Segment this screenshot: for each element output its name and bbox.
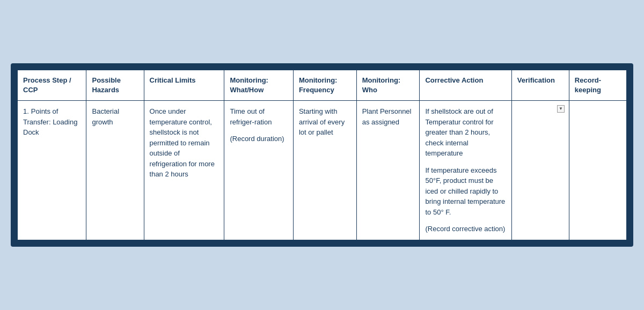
cell-possible-hazards: Bacterial growth [86,101,144,240]
header-process-step: Process Step / CCP [18,70,86,101]
header-monitoring-who: Monitoring: Who [356,70,420,101]
process-step-text: Points of Transfer: Loading Dock [23,107,77,136]
header-monitoring-what: Monitoring: What/How [224,70,293,101]
cell-verification: ▼ [511,101,569,240]
cell-monitoring-who: Plant Personnel as assigned [356,101,420,240]
header-row: Process Step / CCP Possible Hazards Crit… [18,70,627,101]
corrective-action-para3: (Record corrective action) [425,224,506,234]
cell-process-step: 1.Points of Transfer: Loading Dock [18,101,86,240]
header-record-keeping: Record-keeping [569,70,626,101]
table-row: 1.Points of Transfer: Loading Dock Bacte… [18,101,627,240]
cell-critical-limits: Once under temperature control, shellsto… [144,101,224,240]
cell-monitoring-freq: Starting with arrival of every lot or pa… [293,101,356,240]
cell-corrective-action: If shellstock are out of Temperatur cont… [420,101,511,240]
haccp-table: Process Step / CCP Possible Hazards Crit… [17,70,627,240]
monitoring-what-line2: (Record duration) [230,134,287,144]
header-critical-limits: Critical Limits [144,70,224,101]
monitoring-what-line1: Time out of refriger-ration [230,106,287,127]
header-corrective-action: Corrective Action [420,70,511,101]
cell-monitoring-what: Time out of refriger-ration (Record dura… [224,101,293,240]
corrective-action-para2: If temperature exceeds 50°F, product mus… [425,165,506,218]
header-monitoring-freq: Monitoring: Frequency [293,70,356,101]
outer-container: Process Step / CCP Possible Hazards Crit… [11,63,633,247]
corrective-action-para1: If shellstock are out of Temperatur cont… [425,106,506,159]
table-wrapper: Process Step / CCP Possible Hazards Crit… [17,70,627,240]
cell-record-keeping [569,101,626,240]
row-number: 1. [23,106,29,117]
header-verification: Verification [511,70,569,101]
dropdown-indicator-icon[interactable]: ▼ [557,105,565,113]
header-possible-hazards: Possible Hazards [86,70,144,101]
